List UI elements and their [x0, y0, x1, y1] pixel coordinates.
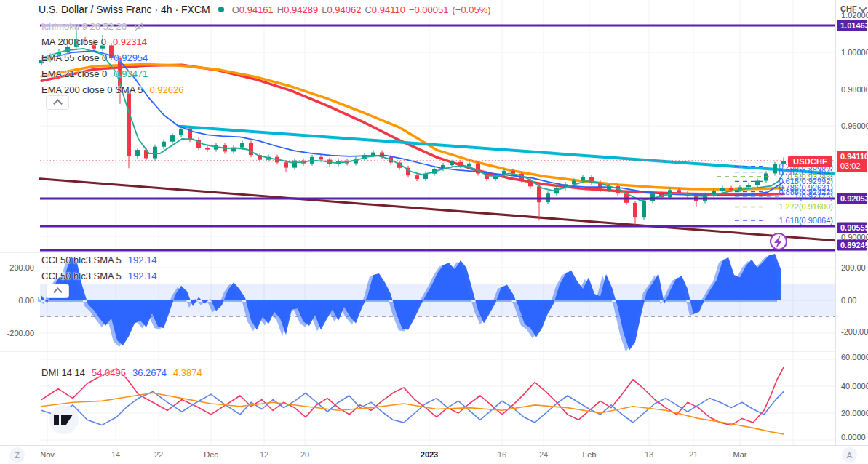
cci-pane-collapse-button[interactable] [46, 284, 69, 298]
cci2-value: 192.14 [128, 271, 157, 281]
last-price-value: 0.94110 [840, 152, 867, 161]
price-line-tag: 0.89245 [837, 240, 867, 251]
ma200-label: MA 200 close 0 [41, 36, 106, 47]
open-value: 0.94161 [239, 4, 274, 15]
candle-body [319, 157, 323, 160]
cci-tick: 200.00 [841, 263, 866, 272]
left-price-axis[interactable]: 200.000.00-200.00 [0, 0, 40, 445]
legend-ema21[interactable]: EMA 21 close 0 0.93471 [41, 68, 148, 79]
chevron-up-icon [53, 99, 63, 108]
time-label: 2023 [421, 450, 438, 459]
legend-ichimoku[interactable]: Ichimoku 9 26 52 26 [41, 21, 145, 32]
bar-countdown: 03:02 [840, 161, 867, 171]
candle-body [240, 143, 244, 147]
legend-dmi[interactable]: DMI 14 14 54.0495 36.2674 4.3874 [41, 367, 202, 378]
candle-body [581, 177, 585, 181]
candle-body [179, 129, 183, 136]
time-label: 21 [689, 450, 698, 459]
ema55-value: 0.92954 [114, 52, 148, 63]
price-tick: 0.96000 [841, 121, 868, 130]
ichimoku-label: Ichimoku 9 26 52 26 [41, 21, 127, 32]
time-label: Nov [40, 450, 55, 459]
market-status-icon [218, 7, 224, 12]
currency-selector[interactable]: CHF [840, 4, 866, 13]
legend-ema55[interactable]: EMA 55 close 0 0.92954 [41, 52, 148, 63]
ema-200-smoothed [41, 64, 784, 189]
change-value: −0.00051 [409, 4, 449, 15]
dmi-value-3: 4.3874 [173, 367, 202, 378]
time-label: 12 [260, 450, 268, 459]
candle-body [415, 175, 419, 179]
time-label: 24 [539, 450, 548, 459]
candle-body [729, 188, 733, 191]
candle-body [642, 201, 646, 217]
tradingview-chart-app: U.S. Dollar / Swiss Franc · 4h · FXCM O0… [0, 0, 868, 464]
dmi-tick: 20.0000 [841, 409, 868, 417]
eye-off-icon[interactable] [133, 22, 145, 31]
ema21-value: 0.93471 [114, 68, 148, 79]
candle-body [162, 142, 166, 147]
candle-body [371, 153, 375, 156]
cci-left-tick: 200.00 [9, 263, 34, 272]
dmi-tick: 40.0000 [841, 382, 868, 391]
candle-body [127, 93, 131, 156]
currency-label: CHF [840, 4, 857, 13]
time-axis[interactable]: Z A Nov1422Dec122020231624Feb1321Mar [0, 445, 868, 464]
right-price-axis[interactable]: CHF 0.94110 03:02 1.020001.000000.980000… [835, 0, 868, 445]
close-label: C [365, 4, 371, 15]
candle-body [205, 148, 210, 149]
fib-level-label: 1.272(0.91600) [779, 202, 833, 211]
time-label: 22 [154, 450, 163, 459]
candle-body [170, 135, 175, 142]
candle-body [153, 147, 157, 159]
legend-cci-2[interactable]: CCI 50 hlc3 SMA 5 192.14 [41, 271, 157, 281]
candle-body [633, 203, 637, 217]
legend-ema200[interactable]: EMA 200 close 0 SMA 5 0.92626 [41, 84, 183, 95]
time-label: 16 [498, 450, 506, 459]
candle-body [249, 143, 253, 155]
price-tick: 1.00000 [841, 48, 868, 57]
legend-cci-1[interactable]: CCI 50 hlc3 SMA 5 192.14 [41, 255, 157, 265]
chart-canvas[interactable] [0, 0, 835, 445]
symbol-title[interactable]: U.S. Dollar / Swiss Franc · 4h · FXCM [39, 4, 210, 15]
legend-ma200[interactable]: MA 200 close 0 0.92314 [41, 36, 147, 47]
candle-body [537, 186, 541, 202]
dmi-label: DMI 14 14 [41, 367, 85, 378]
close-value: 0.94110 [372, 4, 405, 15]
high-value: 0.94289 [284, 4, 318, 15]
time-label: Mar [733, 450, 747, 459]
ema200-value: 0.92626 [149, 84, 183, 95]
ohlc-values: O0.94161 H0.94289 L0.94062 C0.94110 −0.0… [232, 4, 491, 15]
ema21-label: EMA 21 close 0 [41, 68, 107, 79]
candle-body [677, 190, 681, 193]
cci1-label: CCI 50 hlc3 SMA 5 [41, 255, 122, 265]
candle-body [135, 150, 140, 156]
timezone-button[interactable]: Z [9, 447, 25, 463]
dmi-value-1: 54.0495 [92, 367, 126, 378]
time-label: Feb [583, 450, 597, 459]
symbol-price-tag: USDCHF [788, 156, 832, 167]
dmi-value-2: 36.2674 [132, 367, 167, 378]
candle-body [284, 162, 288, 167]
last-price-tag: 0.94110 03:02 [837, 151, 867, 172]
price-line-tag: 1.01463 [837, 20, 867, 31]
price-line-tag: 0.90555 [837, 223, 867, 233]
candle-body [450, 162, 454, 165]
time-label: Dec [204, 450, 218, 459]
time-label: 20 [300, 450, 309, 459]
dmi-tick: 60.0000 [841, 353, 868, 361]
cci-tick: 0.00 [841, 296, 856, 305]
auto-scale-button[interactable]: A [842, 447, 857, 463]
fib-level-label: 1(0.92175) [795, 192, 833, 201]
symbol-header: U.S. Dollar / Swiss Franc · 4h · FXCM O0… [39, 4, 491, 15]
dmi-orange-line [41, 393, 784, 434]
ma200-value: 0.92314 [113, 36, 147, 47]
candle-body [292, 161, 297, 168]
candle-body [467, 164, 471, 167]
fib-level-label: 1.618(0.90864) [779, 216, 833, 225]
main-pane-collapse-button[interactable] [46, 95, 69, 110]
cci2-label: CCI 50 hlc3 SMA 5 [41, 271, 122, 281]
cci-left-tick: -200.00 [7, 329, 34, 337]
cci-left-tick: 0.00 [19, 296, 34, 305]
chevron-down-icon [859, 4, 867, 12]
